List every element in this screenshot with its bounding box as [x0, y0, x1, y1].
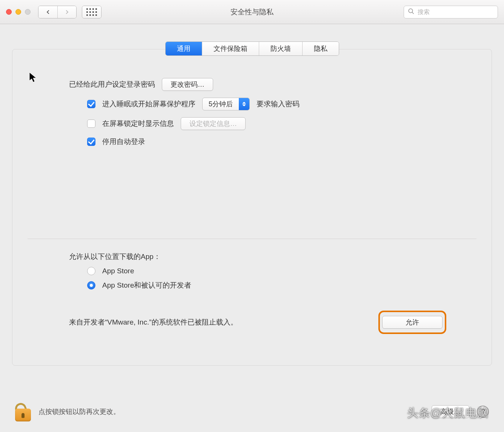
footer: 点按锁按钮以防再次更改。 高级… ?	[0, 391, 504, 432]
blocked-software-message: 来自开发者“VMware, Inc.”的系统软件已被阻止载入。	[69, 317, 238, 327]
download-option-appstore-label: App Store	[102, 267, 134, 275]
disable-autologin-label: 停用自动登录	[102, 137, 145, 147]
tab-bar: 通用 文件保险箱 防火墙 隐私	[12, 41, 492, 56]
tab-filevault[interactable]: 文件保险箱	[202, 42, 259, 55]
question-icon: ?	[481, 407, 485, 416]
show-all-button[interactable]	[82, 6, 101, 18]
search-field[interactable]	[404, 6, 498, 18]
tab-firewall[interactable]: 防火墙	[259, 42, 302, 55]
zoom-window-button	[25, 9, 31, 15]
svg-line-1	[412, 12, 414, 14]
disable-autologin-checkbox[interactable]	[87, 138, 95, 146]
back-button[interactable]	[38, 6, 57, 18]
allow-highlight: 允许	[378, 311, 446, 334]
require-password-checkbox[interactable]	[87, 100, 95, 108]
downloads-heading: 允许从以下位置下载的App：	[69, 252, 161, 262]
require-password-delay-select[interactable]: 5分钟后	[202, 98, 250, 110]
tab-general[interactable]: 通用	[166, 42, 202, 55]
window-controls	[6, 9, 31, 15]
help-button[interactable]: ?	[477, 406, 489, 418]
chevron-left-icon	[45, 9, 51, 15]
change-password-button[interactable]: 更改密码…	[162, 78, 213, 91]
download-option-identified-label: App Store和被认可的开发者	[102, 280, 192, 290]
lock-icon[interactable]	[15, 402, 31, 421]
window-titlebar: 安全性与隐私	[0, 0, 504, 24]
advanced-button[interactable]: 高级…	[432, 405, 469, 418]
forward-button	[57, 6, 76, 18]
tab-privacy[interactable]: 隐私	[302, 42, 339, 55]
lock-message-checkbox[interactable]	[87, 119, 95, 128]
chevron-right-icon	[64, 9, 70, 15]
nav-back-forward	[38, 6, 77, 18]
search-input[interactable]	[418, 9, 494, 15]
set-lock-message-button: 设定锁定信息…	[181, 117, 246, 130]
select-value: 5分钟后	[203, 100, 239, 109]
search-icon	[408, 8, 415, 16]
require-password-label-pre: 进入睡眠或开始屏幕保护程序	[102, 99, 195, 109]
download-option-identified-radio[interactable]	[87, 281, 95, 290]
allow-button[interactable]: 允许	[382, 316, 443, 329]
apps-grid-icon	[82, 6, 101, 18]
svg-point-0	[409, 9, 413, 13]
window-title: 安全性与隐私	[230, 7, 274, 17]
divider	[28, 239, 476, 239]
lock-message-label: 在屏幕锁定时显示信息	[102, 119, 174, 129]
password-set-label: 已经给此用户设定登录密码	[69, 80, 155, 89]
require-password-label-post: 要求输入密码	[257, 99, 300, 109]
minimize-window-button[interactable]	[15, 9, 21, 15]
close-window-button[interactable]	[6, 9, 12, 15]
select-stepper-icon	[239, 98, 249, 110]
download-option-appstore-radio[interactable]	[87, 267, 95, 275]
lock-hint-label: 点按锁按钮以防再次更改。	[38, 407, 120, 416]
general-panel: 已经给此用户设定登录密码 更改密码… 进入睡眠或开始屏幕保护程序 5分钟后 要求…	[12, 49, 492, 366]
